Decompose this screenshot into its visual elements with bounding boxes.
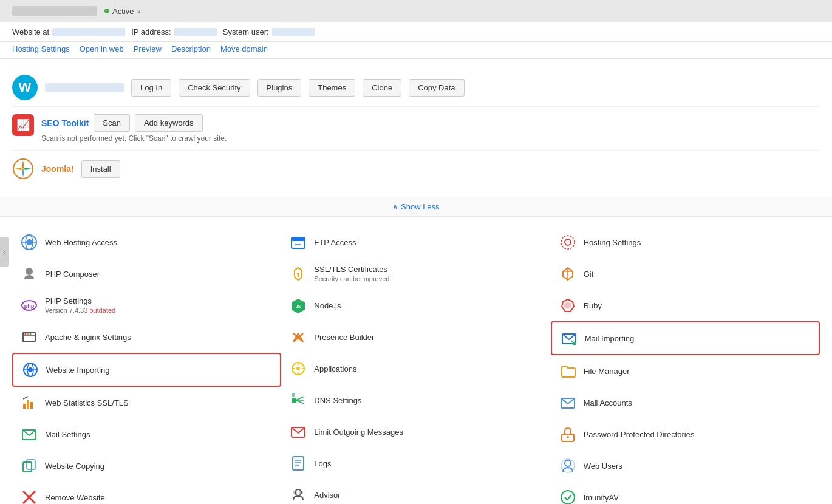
tool-ssl-tls[interactable]: SSL/TLS Certificates Security can be imp… (281, 258, 550, 290)
svg-rect-18 (27, 400, 29, 409)
tool-imunifyav[interactable]: ImunifyAV (551, 482, 820, 504)
svg-rect-17 (23, 404, 26, 409)
joomla-install-button[interactable]: Install (81, 160, 120, 178)
tool-advisor[interactable]: Advisor (281, 479, 550, 504)
nav-preview[interactable]: Preview (134, 44, 162, 53)
svg-line-48 (296, 397, 304, 400)
php-composer-icon (19, 264, 39, 284)
check-security-button[interactable]: Check Security (179, 79, 250, 97)
themes-button[interactable]: Themes (309, 79, 355, 97)
dns-settings-icon (288, 390, 308, 410)
tool-password-protected[interactable]: Password-Protected Directories (551, 418, 820, 450)
svg-point-75 (561, 491, 575, 504)
plugins-button[interactable]: Plugins (257, 79, 302, 97)
nav-hosting-settings[interactable]: Hosting Settings (12, 44, 70, 53)
add-keywords-button[interactable]: Add keywords (135, 114, 203, 132)
scan-button[interactable]: Scan (94, 114, 130, 132)
svg-rect-46 (292, 398, 296, 403)
password-protected-label: Password-Protected Directories (584, 430, 695, 439)
applications-label: Applications (314, 364, 356, 373)
hosting-settings-label: Hosting Settings (584, 238, 641, 247)
tool-remove-website[interactable]: Remove Website (12, 482, 281, 504)
svg-point-62 (561, 236, 575, 249)
website-importing-label: Website Importing (46, 366, 110, 375)
remove-website-label: Remove Website (45, 493, 105, 502)
active-chevron[interactable]: ∨ (137, 8, 141, 15)
svg-text:JS: JS (296, 304, 301, 308)
joomla-title[interactable]: Joomla! (41, 164, 74, 174)
nav-move-domain[interactable]: Move domain (220, 44, 268, 53)
ssl-sublabel: Security can be improved (314, 275, 389, 282)
website-copying-icon (19, 456, 39, 475)
left-panel-toggle[interactable]: ‹ (0, 237, 9, 267)
tool-applications[interactable]: Applications (281, 353, 550, 384)
svg-marker-67 (564, 302, 571, 309)
tool-php-composer[interactable]: PHP Composer (12, 258, 281, 290)
nav-description[interactable]: Description (171, 44, 211, 53)
web-users-icon (558, 456, 578, 475)
web-stats-icon (19, 393, 39, 412)
tool-mail-importing[interactable]: Mail Importing (551, 321, 820, 355)
nav-open-in-web[interactable]: Open in web (80, 44, 124, 53)
tool-website-importing[interactable]: Website Importing (12, 353, 281, 387)
svg-point-72 (567, 436, 569, 438)
tool-git[interactable]: Git (551, 258, 820, 290)
password-protected-icon (558, 424, 578, 444)
show-less-label: ∧ Show Less (392, 202, 439, 211)
tool-apache-nginx[interactable]: Apache & nginx Settings (12, 321, 281, 353)
svg-point-12 (30, 333, 32, 335)
clone-button[interactable]: Clone (363, 79, 401, 97)
ssl-tls-info: SSL/TLS Certificates Security can be imp… (314, 265, 389, 283)
copy-data-button[interactable]: Copy Data (409, 79, 464, 97)
tool-ftp-access[interactable]: FTP Access (281, 226, 550, 258)
info-bar: Website at IP address: System user: (0, 22, 832, 42)
php-settings-info: PHP Settings Version 7.4.33 outdated (45, 296, 115, 315)
git-label: Git (584, 270, 594, 279)
imunifyav-icon (558, 488, 578, 504)
tools-column-1: Web Hosting Access PHP Composer php PHP … (12, 226, 281, 504)
svg-point-41 (296, 367, 300, 370)
tool-limit-outgoing[interactable]: Limit Outgoing Messages (281, 416, 550, 448)
tool-web-hosting-access[interactable]: Web Hosting Access (12, 226, 281, 258)
tool-dns-settings[interactable]: DNS Settings (281, 384, 550, 416)
presence-builder-label: Presence Builder (314, 333, 374, 342)
svg-point-5 (26, 268, 33, 275)
applications-icon (288, 359, 308, 378)
php-composer-label: PHP Composer (45, 270, 100, 279)
tool-hosting-settings[interactable]: Hosting Settings (551, 226, 820, 258)
advisor-label: Advisor (314, 491, 340, 500)
php-outdated: outdated (89, 307, 115, 314)
tool-file-manager[interactable]: File Manager (551, 355, 820, 387)
dns-settings-label: DNS Settings (314, 396, 361, 405)
tool-website-copying[interactable]: Website Copying (12, 450, 281, 482)
seo-title[interactable]: SEO Toolkit (41, 118, 89, 128)
tool-mail-settings[interactable]: Mail Settings (12, 418, 281, 450)
ssl-tls-icon (288, 264, 308, 284)
tool-ruby[interactable]: Ruby (551, 290, 820, 321)
tool-php-settings[interactable]: php PHP Settings Version 7.4.33 outdated (12, 290, 281, 321)
tool-logs[interactable]: Logs (281, 448, 550, 479)
logs-label: Logs (314, 459, 331, 468)
show-less-bar[interactable]: ∧ Show Less (0, 197, 832, 217)
svg-rect-47 (292, 393, 295, 397)
tools-grid: Web Hosting Access PHP Composer php PHP … (0, 217, 832, 504)
hosting-settings-icon (558, 233, 578, 252)
mail-importing-label: Mail Importing (585, 334, 635, 343)
mail-settings-label: Mail Settings (45, 430, 90, 439)
tool-mail-accounts[interactable]: Mail Accounts (551, 387, 820, 418)
tool-web-users[interactable]: Web Users (551, 450, 820, 482)
tool-nodejs[interactable]: JS Node.js (281, 290, 550, 321)
svg-point-11 (27, 333, 29, 335)
svg-rect-30 (292, 237, 305, 241)
tool-presence-builder[interactable]: Presence Builder (281, 321, 550, 353)
log-in-button[interactable]: Log In (131, 79, 171, 97)
remove-website-icon (19, 488, 39, 504)
mail-accounts-label: Mail Accounts (584, 398, 632, 407)
ruby-icon (558, 296, 578, 315)
seo-subtitle: Scan is not performed yet. Click "Scan" … (41, 134, 227, 143)
tool-web-stats[interactable]: Web Statistics SSL/TLS (12, 387, 281, 418)
svg-point-58 (299, 491, 303, 494)
file-manager-label: File Manager (584, 367, 630, 376)
web-hosting-access-icon (19, 233, 39, 252)
tools-column-2: FTP Access SSL/TLS Certificates Security… (281, 226, 550, 504)
